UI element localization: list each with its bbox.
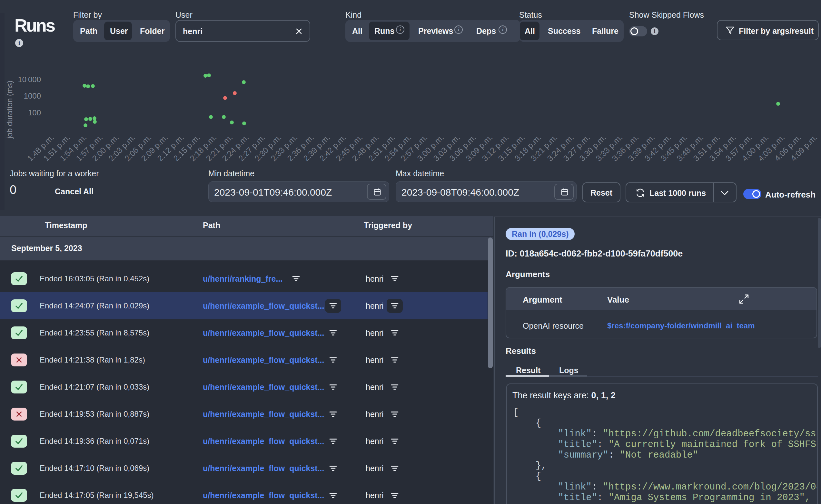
svg-text:1000: 1000 [24,92,41,100]
svg-text:10 000: 10 000 [18,75,41,84]
svg-text:job duration (ms): job duration (ms) [5,81,14,139]
svg-text:100: 100 [28,108,41,117]
